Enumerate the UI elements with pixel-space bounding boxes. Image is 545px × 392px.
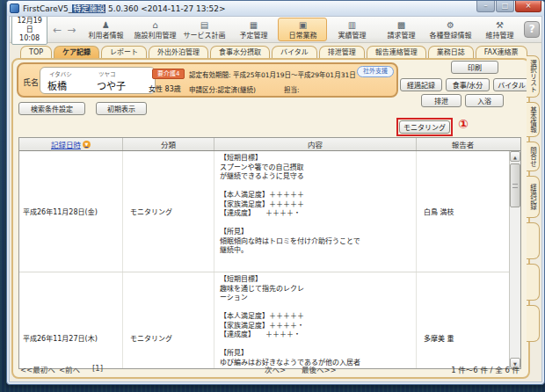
titlebar[interactable]: FirstCareV5_特定施設 5.0.360 <2014-11-27 13:… xyxy=(7,1,544,16)
record-category-cell: モニタリング xyxy=(123,272,214,368)
tab-meal-hydration[interactable]: 食事水分摂取 xyxy=(210,46,270,59)
patient-name-label: 氏名 xyxy=(23,76,39,88)
patient-name-field[interactable]: イタバシ ツヤコ 板橋 つや子 xyxy=(40,67,156,94)
app-window: FirstCareV5_特定施設 5.0.360 <2014-11-27 13:… xyxy=(6,0,545,385)
record-content-cell: 【短期目標】 趣味を通じて指先のレクレ ーション 【本人満足度】＋＋＋＋＋ 【家… xyxy=(214,272,417,368)
results-icon: ▥ xyxy=(348,20,356,30)
care-record-panel: 氏名 イタバシ ツヤコ 板橋 つや子 要介護4 女性 83歳 認定有効期間: 平… xyxy=(11,58,530,379)
toolbar-facility-use[interactable]: ⌂ 施設利用管理 xyxy=(130,18,179,41)
app-logo-icon xyxy=(10,4,19,13)
scroll-up-icon[interactable]: ▲ xyxy=(510,151,520,162)
record-category-cell: モニタリング xyxy=(123,151,214,272)
sort-indicator-icon[interactable]: ▼ xyxy=(83,141,91,149)
tab-work-diary[interactable]: 業務日誌 xyxy=(428,46,474,59)
toolbar-user-info[interactable]: ♟ 利用者情報 xyxy=(81,18,130,41)
help-button[interactable]: ? xyxy=(524,21,540,38)
excretion-button[interactable]: 排泄 xyxy=(421,94,461,107)
main-toolbar: 12月19日 10:08 ← → ♟ 利用者情報 ⌂ 施設利用管理 ▤ サー xyxy=(10,17,541,43)
clock-time: 10:08 xyxy=(15,34,44,43)
pager-count: 1 件～6 件 / 全 6 件 xyxy=(451,364,520,374)
pager-first[interactable]: <<最初へ xyxy=(20,364,55,374)
patient-sex-age: 女性 83歳 xyxy=(149,83,181,93)
col-header-category: 分類 xyxy=(123,138,214,150)
initial-display-button[interactable]: 初期表示 xyxy=(96,102,147,115)
gear-icon: ⚙ xyxy=(447,20,454,30)
side-tab-basic-info[interactable]: 基本情報 xyxy=(527,102,540,137)
back-arrow-icon[interactable]: ← xyxy=(53,24,62,36)
monitoring-highlight-box: モニタリング xyxy=(396,118,453,136)
pager-bar: <<最初へ <前へ [1] 次へ> 最後へ>> 1 件～6 件 / 全 6 件 xyxy=(17,362,525,376)
patient-furigana-last: イタバシ xyxy=(49,69,72,78)
record-row[interactable]: 平成26年11月27日(木) モニタリング 【短期目標】 趣味を通じて指先のレク… xyxy=(19,272,520,368)
patient-application-status: 申請区分:認定済(継続) xyxy=(189,84,256,94)
monitoring-button[interactable]: モニタリング xyxy=(399,120,450,134)
calendar-icon: ▦ xyxy=(250,20,258,30)
tab-care-record[interactable]: ケア記録 xyxy=(54,46,99,59)
toolbar-registration[interactable]: ⚙ 各種登録情報 xyxy=(425,18,475,41)
toolbar-maintenance-label: 維持管理 xyxy=(485,30,513,40)
col-header-reporter: 報告者 xyxy=(417,138,509,150)
tab-excretion-management[interactable]: 排泄管理 xyxy=(319,46,365,59)
maximize-button[interactable]: □ xyxy=(496,1,514,12)
pager-current-page: [1] xyxy=(92,364,103,373)
toolbar-schedule[interactable]: ▦ 予定管理 xyxy=(229,18,278,41)
bath-button[interactable]: 入浴 xyxy=(465,94,504,107)
toolbar-billing[interactable]: ▩ 請求管理 xyxy=(376,18,425,41)
patient-last-name: 板橋 xyxy=(47,78,67,92)
pager-next[interactable]: 次へ> xyxy=(265,364,286,374)
pager-last[interactable]: 最後へ>> xyxy=(302,364,337,374)
table-scrollbar[interactable]: ▲ ▼ xyxy=(509,151,520,368)
window-title-highlight: 特定施設 xyxy=(72,4,105,13)
document-icon: ▤ xyxy=(200,20,208,30)
record-reporter-cell: 白鳥 満枝 xyxy=(417,151,509,272)
record-content-cell: 【短期目標】 スプーンや箸での自己摂取 が継続できるように見守る 【本人満足度】… xyxy=(214,151,417,272)
tab-fax-contact[interactable]: FAX連絡票 xyxy=(476,46,527,59)
tab-top[interactable]: TOP xyxy=(20,46,52,59)
care-level-badge: 要介護4 xyxy=(152,69,185,79)
vitals-button[interactable]: バイタル xyxy=(493,78,530,91)
toolbar-service-plan[interactable]: ▤ サービス計画 xyxy=(179,18,229,41)
close-button[interactable]: × xyxy=(515,1,541,12)
toolbar-facility-use-label: 施設利用管理 xyxy=(134,30,176,40)
side-tab-selection-list[interactable]: 選択リスト xyxy=(527,55,540,98)
toolbar-maintenance[interactable]: ⚒ 維持管理 xyxy=(475,18,524,41)
search-conditions-button[interactable]: 検索条件設定 xyxy=(18,102,85,115)
toolbar-daily-work[interactable]: ▣ 日常業務 xyxy=(278,18,327,41)
toolbar-schedule-label: 予定管理 xyxy=(239,30,267,40)
patient-staff-label: 担当: xyxy=(284,84,300,94)
window-controls: – □ × xyxy=(476,1,541,12)
print-button[interactable]: 印刷 xyxy=(451,61,498,74)
side-tab-empty xyxy=(527,264,540,301)
building-icon: ⌂ xyxy=(152,20,157,30)
side-tab-empty xyxy=(527,222,540,259)
record-date-cell: 平成26年11月28日(金) xyxy=(19,151,123,272)
minimize-button[interactable]: – xyxy=(476,1,495,12)
col-header-content: 内容 xyxy=(214,138,417,150)
annotation-circle-1: ① xyxy=(458,117,469,131)
record-row[interactable]: 平成26年11月28日(金) モニタリング 【短期目標】 スプーンや箸での自己摂… xyxy=(19,151,520,272)
patient-cert-period: 認定有効期間: 平成25年01月19日～平成29年01月31日 xyxy=(189,69,356,79)
meal-hydration-button[interactable]: 食事/水分 xyxy=(446,78,490,91)
daily-work-icon: ▣ xyxy=(299,20,307,30)
client-area: 12月19日 10:08 ← → ♟ 利用者情報 ⌂ 施設利用管理 ▤ サー xyxy=(9,16,542,382)
clock-date: 12月19日 xyxy=(15,17,44,34)
side-tab-progress-record[interactable]: 経過記録 xyxy=(527,176,540,218)
side-tab-inquiry[interactable]: 問合せ xyxy=(527,142,540,171)
tab-report-contact[interactable]: 報告連絡管理 xyxy=(367,46,426,59)
pager-prev[interactable]: <前へ xyxy=(59,364,80,374)
tab-outing-management[interactable]: 外出外泊管理 xyxy=(149,46,208,59)
tab-bar: TOP ケア記録 レポート 外出外泊管理 食事水分摂取 バイタル 排泄管理 報告… xyxy=(20,46,527,59)
toolbar-results[interactable]: ▥ 実績管理 xyxy=(327,18,376,41)
forward-arrow-icon[interactable]: → xyxy=(67,24,76,36)
record-table-body: 平成26年11月28日(金) モニタリング 【短期目標】 スプーンや箸での自己摂… xyxy=(19,151,520,368)
scrollbar-thumb[interactable] xyxy=(510,163,520,207)
side-tab-bar: 選択リスト 基本情報 問合せ 経過記録 xyxy=(527,55,541,342)
toolbar-service-plan-label: サービス計画 xyxy=(183,30,225,40)
tab-report[interactable]: レポート xyxy=(101,46,147,59)
col-header-record-datetime[interactable]: 記録日時▼ xyxy=(19,138,123,150)
progress-record-button[interactable]: 経過記録 xyxy=(400,78,442,91)
toolbar-registration-label: 各種登録情報 xyxy=(429,30,471,40)
col-header-record-datetime-label: 記録日時 xyxy=(51,139,81,149)
toolbar-results-label: 実績管理 xyxy=(338,30,366,40)
tab-vitals[interactable]: バイタル xyxy=(272,46,317,59)
